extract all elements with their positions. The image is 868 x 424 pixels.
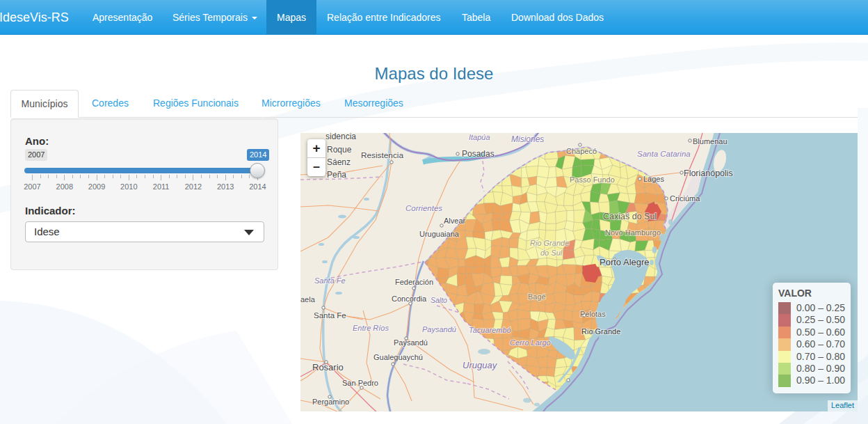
svg-text:Blumenau: Blumenau bbox=[693, 137, 728, 146]
svg-text:Sáenz: Sáenz bbox=[327, 157, 351, 167]
svg-text:Pergamino: Pergamino bbox=[312, 398, 349, 406]
svg-text:Rosario: Rosario bbox=[312, 362, 344, 372]
svg-text:Criciúma: Criciúma bbox=[670, 194, 700, 203]
svg-text:Paysandú: Paysandú bbox=[422, 325, 456, 333]
svg-text:Caxias do Sul: Caxias do Sul bbox=[603, 212, 657, 221]
svg-text:Passo Fundo: Passo Fundo bbox=[570, 175, 615, 184]
svg-text:Porto Alegre: Porto Alegre bbox=[600, 257, 650, 267]
svg-text:Santa Fe: Santa Fe bbox=[314, 311, 346, 320]
svg-text:Pelotas: Pelotas bbox=[580, 310, 606, 318]
svg-text:Cerro Largo: Cerro Largo bbox=[510, 338, 551, 347]
svg-text:Resistencia: Resistencia bbox=[361, 150, 403, 160]
svg-text:Uruguay: Uruguay bbox=[463, 360, 498, 370]
svg-text:Tacuarembó: Tacuarembó bbox=[469, 326, 511, 334]
svg-text:Rio Grande: Rio Grande bbox=[530, 239, 569, 247]
svg-text:Posadas: Posadas bbox=[462, 149, 495, 159]
svg-text:San Pedro: San Pedro bbox=[342, 379, 378, 387]
svg-text:Concordia: Concordia bbox=[392, 295, 427, 303]
svg-text:Santa Fe: Santa Fe bbox=[314, 276, 346, 285]
svg-text:Salto: Salto bbox=[431, 296, 447, 304]
svg-text:Misiones: Misiones bbox=[511, 134, 544, 144]
svg-text:sidencia: sidencia bbox=[326, 133, 356, 141]
svg-text:aela: aela bbox=[300, 295, 316, 304]
svg-text:do Sul: do Sul bbox=[540, 249, 563, 257]
svg-text:Santa Catarina: Santa Catarina bbox=[637, 150, 691, 158]
svg-text:Peña: Peña bbox=[327, 170, 346, 180]
svg-text:Lages: Lages bbox=[643, 175, 664, 183]
svg-text:Federación: Federación bbox=[395, 278, 433, 286]
svg-text:Bagé: Bagé bbox=[528, 292, 546, 301]
svg-text:Paysandú: Paysandú bbox=[394, 338, 428, 347]
svg-text:Itapúa: Itapúa bbox=[469, 133, 490, 141]
svg-text:Roque: Roque bbox=[327, 145, 352, 155]
svg-text:Chapecó: Chapecó bbox=[566, 147, 597, 155]
svg-text:Uruguaiana: Uruguaiana bbox=[419, 230, 460, 238]
svg-text:Florianópolis: Florianópolis bbox=[684, 168, 733, 178]
svg-text:Novo Hamburgo: Novo Hamburgo bbox=[605, 228, 661, 237]
svg-text:Corrientes: Corrientes bbox=[405, 204, 442, 212]
svg-text:Gualeguaychú: Gualeguaychú bbox=[373, 353, 423, 361]
svg-text:Rio Grande: Rio Grande bbox=[581, 327, 620, 336]
svg-text:Entre Ríos: Entre Ríos bbox=[353, 324, 389, 332]
svg-text:Alvear: Alvear bbox=[444, 217, 466, 225]
